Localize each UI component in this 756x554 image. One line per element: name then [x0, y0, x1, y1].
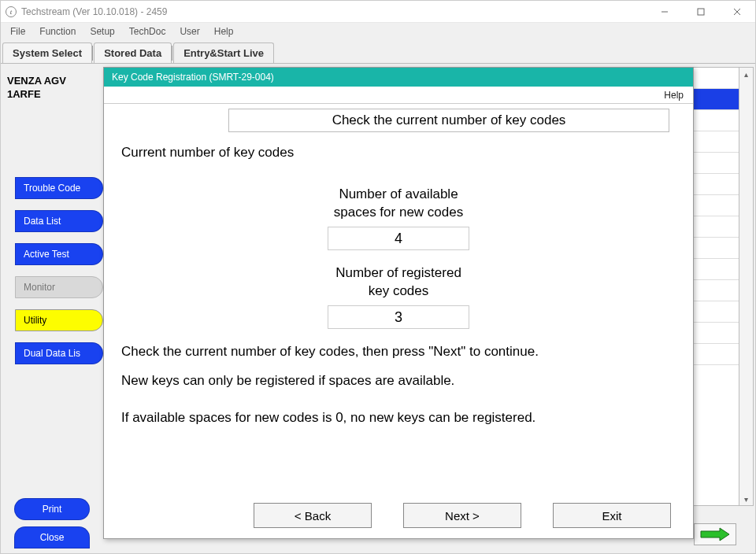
vehicle-info: VENZA AGV 1ARFE: [1, 72, 103, 114]
registered-value: 3: [328, 305, 469, 329]
print-button[interactable]: Print: [14, 498, 90, 520]
menubar: File Function Setup TechDoc User Help: [1, 23, 755, 40]
dialog-instruction-2: New keys can only be registered if space…: [121, 372, 671, 390]
dialog-help-link[interactable]: Help: [664, 90, 684, 101]
window-title: Techstream (Ver 10.10.018) - 2459: [21, 6, 167, 17]
arrow-right-icon: [699, 527, 731, 541]
maximize-button[interactable]: [683, 1, 719, 23]
data-list-button[interactable]: Data List: [15, 210, 103, 232]
menu-function[interactable]: Function: [33, 24, 82, 39]
active-test-button[interactable]: Active Test: [15, 243, 103, 265]
dual-data-list-button[interactable]: Dual Data Lis: [15, 342, 103, 364]
key-code-dialog: Key Code Registration (SMRT-29-004) Help…: [103, 67, 694, 539]
dialog-subheading: Current number of key codes: [121, 145, 671, 161]
svg-line-3: [734, 9, 740, 15]
minimize-button[interactable]: [647, 1, 683, 23]
scrollbar[interactable]: ▴ ▾: [739, 67, 754, 506]
exit-button[interactable]: Exit: [553, 503, 671, 528]
tab-system-select[interactable]: System Select: [2, 42, 92, 63]
trouble-codes-button[interactable]: Trouble Code: [15, 177, 103, 199]
app-window: t Techstream (Ver 10.10.018) - 2459 File…: [0, 0, 756, 554]
vehicle-line1: VENZA AGV: [7, 75, 97, 88]
titlebar: t Techstream (Ver 10.10.018) - 2459: [1, 1, 755, 23]
close-button[interactable]: [719, 1, 755, 23]
tabstrip: System Select Stored Data Entry&Start Li…: [1, 40, 755, 64]
vehicle-line2: 1ARFE: [7, 88, 97, 102]
dialog-instruction-3: If available spaces for new codes is 0, …: [121, 409, 671, 427]
available-value: 4: [328, 227, 469, 250]
scroll-down-icon[interactable]: ▾: [742, 494, 751, 504]
monitor-button[interactable]: Monitor: [15, 276, 103, 298]
tab-entry-start-live[interactable]: Entry&Start Live: [173, 42, 274, 63]
close-app-button[interactable]: Close: [14, 526, 90, 548]
scroll-up-icon[interactable]: ▴: [742, 69, 751, 79]
menu-user[interactable]: User: [173, 24, 206, 39]
menu-setup[interactable]: Setup: [83, 24, 120, 39]
forward-button[interactable]: [694, 523, 736, 545]
sidebar: VENZA AGV 1ARFE Trouble Code Data List A…: [1, 64, 103, 553]
app-icon: t: [6, 6, 17, 17]
available-label: Number of available spaces for new codes: [126, 186, 671, 222]
menu-help[interactable]: Help: [208, 24, 240, 39]
svg-line-2: [734, 9, 740, 15]
dialog-instruction-1: Check the current number of key codes, t…: [121, 343, 671, 361]
menu-techdoc[interactable]: TechDoc: [123, 24, 172, 39]
dialog-heading: Check the current number of key codes: [228, 109, 669, 132]
svg-marker-4: [701, 528, 729, 541]
main-area: VENZA AGV 1ARFE Trouble Code Data List A…: [1, 64, 755, 553]
registered-label: Number of registered key codes: [126, 264, 671, 301]
menu-file[interactable]: File: [4, 24, 32, 39]
next-button[interactable]: Next >: [403, 503, 521, 528]
dialog-title: Key Code Registration (SMRT-29-004): [104, 68, 693, 87]
svg-rect-1: [698, 9, 704, 15]
tab-stored-data[interactable]: Stored Data: [94, 42, 172, 63]
back-button[interactable]: < Back: [254, 503, 372, 528]
utility-button[interactable]: Utility: [15, 309, 103, 331]
